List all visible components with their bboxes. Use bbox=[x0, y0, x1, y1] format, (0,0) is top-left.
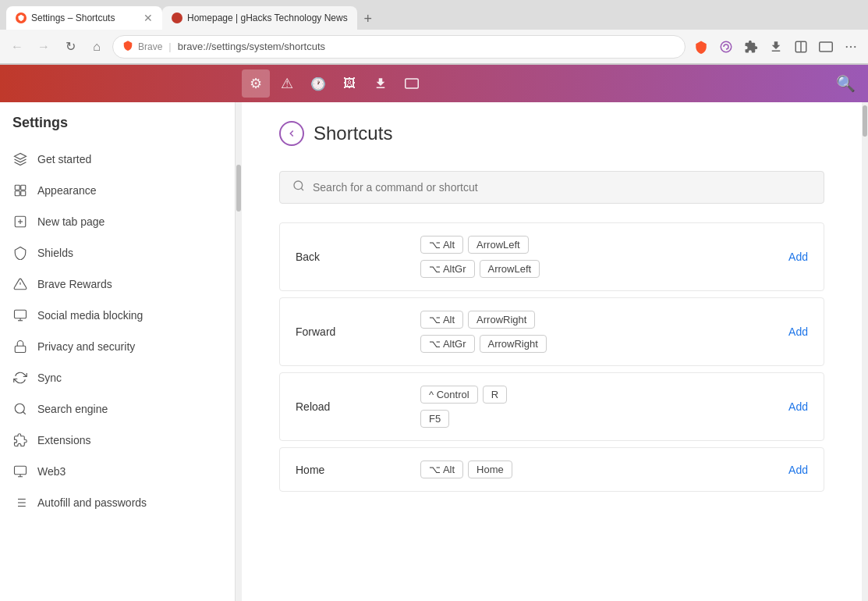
tab-settings[interactable]: Settings – Shortcuts ✕ bbox=[6, 6, 162, 30]
key-combo-reload-1: ^ Control R bbox=[420, 386, 788, 404]
key-badge-alt-home-key: Home bbox=[468, 461, 512, 478]
search-engine-icon bbox=[12, 401, 28, 417]
sidebar-container: Settings Get started Appearance bbox=[0, 102, 242, 601]
sidebar-label-web3: Web3 bbox=[37, 464, 66, 478]
sidebar-item-search-engine[interactable]: Search engine bbox=[0, 393, 235, 425]
shortcut-name-forward: Forward bbox=[296, 325, 420, 338]
top-nav-warnings-icon[interactable]: ⚠ bbox=[273, 69, 301, 98]
sidebar-item-autofill-passwords[interactable]: Autofill and passwords bbox=[0, 487, 235, 518]
new-tab-page-icon bbox=[12, 214, 28, 229]
sidebar-title: Settings bbox=[0, 115, 235, 144]
shortcut-row-forward: Forward ⌥ Alt ArrowRight ⌥ AltGr ArrowRi… bbox=[279, 297, 824, 366]
split-view-toolbar[interactable] bbox=[790, 36, 812, 58]
web3-icon bbox=[12, 464, 28, 479]
top-nav-bookmarks-icon[interactable]: 🖼 bbox=[335, 69, 363, 98]
shortcut-name-home: Home bbox=[296, 464, 420, 476]
brave-rewards-icon bbox=[12, 276, 28, 292]
search-input[interactable] bbox=[313, 181, 811, 194]
top-nav-search-icon[interactable]: 🔍 bbox=[836, 74, 856, 93]
shortcut-name-back: Back bbox=[296, 251, 420, 263]
ghacks-favicon bbox=[172, 12, 182, 23]
sidebar-item-web3[interactable]: Web3 bbox=[0, 456, 235, 487]
top-nav-history-icon[interactable]: 🕐 bbox=[304, 69, 332, 98]
add-button-back[interactable]: Add bbox=[788, 251, 808, 263]
sidebar-item-get-started[interactable]: Get started bbox=[0, 144, 235, 175]
key-badge-alt-arrowleft-modifier: ⌥ Alt bbox=[420, 236, 463, 254]
svg-point-6 bbox=[854, 45, 856, 47]
key-combo-forward-1: ⌥ Alt ArrowRight bbox=[420, 311, 788, 329]
top-nav-icons: ⚙ ⚠ 🕐 🖼 bbox=[242, 69, 426, 98]
sidebar-item-new-tab-page[interactable]: New tab page bbox=[0, 206, 235, 237]
add-button-home[interactable]: Add bbox=[788, 464, 808, 476]
svg-rect-8 bbox=[15, 185, 19, 190]
home-nav-button[interactable]: ⌂ bbox=[86, 36, 108, 58]
sidebar-label-appearance: Appearance bbox=[37, 183, 97, 197]
key-badge-f5-key: F5 bbox=[420, 410, 449, 428]
sidebar-item-privacy-and-security[interactable]: Privacy and security bbox=[0, 331, 235, 362]
search-bar-icon bbox=[292, 180, 305, 195]
sidebar-label-extensions: Extensions bbox=[37, 433, 90, 447]
forward-nav-button[interactable]: → bbox=[33, 36, 55, 58]
sidebar: Settings Get started Appearance bbox=[0, 102, 236, 601]
shortcut-keys-back: ⌥ Alt ArrowLeft ⌥ AltGr ArrowLeft bbox=[420, 236, 788, 278]
key-combo-back-1: ⌥ Alt ArrowLeft bbox=[420, 236, 788, 254]
back-nav-button[interactable]: ← bbox=[6, 36, 28, 58]
new-tab-button[interactable]: + bbox=[357, 8, 379, 30]
sidebar-item-brave-rewards[interactable]: Brave Rewards bbox=[0, 268, 235, 300]
add-button-reload[interactable]: Add bbox=[788, 400, 808, 413]
svg-point-5 bbox=[850, 45, 852, 47]
svg-point-21 bbox=[15, 404, 24, 413]
content-scroll-thumb bbox=[863, 105, 867, 137]
sidebar-item-sync[interactable]: Sync bbox=[0, 362, 235, 393]
top-nav-settings-icon[interactable]: ⚙ bbox=[242, 69, 270, 98]
menu-toolbar[interactable] bbox=[840, 36, 862, 58]
shortcut-keys-reload: ^ Control R F5 bbox=[420, 386, 788, 428]
extensions-icon bbox=[12, 432, 28, 448]
autofill-passwords-icon bbox=[12, 495, 28, 510]
shortcut-name-reload: Reload bbox=[296, 400, 420, 413]
back-button[interactable] bbox=[279, 121, 304, 146]
main-content: Shortcuts Back ⌥ Alt ArrowLeft ⌥ bbox=[242, 102, 862, 601]
svg-rect-7 bbox=[406, 79, 419, 88]
sidebar-label-autofill-passwords: Autofill and passwords bbox=[37, 496, 147, 510]
top-nav-downloads-icon[interactable] bbox=[367, 69, 395, 98]
get-started-icon bbox=[12, 151, 28, 167]
tab-ghacks[interactable]: Homepage | gHacks Technology News bbox=[162, 6, 357, 30]
svg-rect-10 bbox=[15, 191, 19, 196]
svg-point-0 bbox=[721, 41, 732, 52]
settings-top-nav: ⚙ ⚠ 🕐 🖼 🔍 bbox=[0, 65, 868, 102]
social-media-blocking-icon bbox=[12, 308, 28, 323]
sidebar-item-extensions[interactable]: Extensions bbox=[0, 425, 235, 456]
sidebar-item-social-media-blocking[interactable]: Social media blocking bbox=[0, 300, 235, 331]
brave-leo-icon[interactable] bbox=[715, 36, 737, 58]
key-badge-altgr-arrowright-modifier: ⌥ AltGr bbox=[420, 335, 475, 353]
brave-shield-toolbar[interactable] bbox=[690, 36, 712, 58]
page-title: Shortcuts bbox=[314, 123, 392, 144]
shortcut-row-back: Back ⌥ Alt ArrowLeft ⌥ AltGr ArrowLeft A… bbox=[279, 222, 824, 291]
sidebar-scrollbar[interactable] bbox=[236, 102, 242, 601]
reload-nav-button[interactable]: ↻ bbox=[59, 36, 81, 58]
extensions-toolbar[interactable] bbox=[740, 36, 762, 58]
address-bar: ← → ↻ ⌂ Brave | brave://settings/system/… bbox=[0, 30, 868, 64]
sidebar-label-sync: Sync bbox=[37, 371, 62, 385]
tab-close-settings[interactable]: ✕ bbox=[143, 12, 153, 24]
svg-point-4 bbox=[846, 45, 848, 47]
address-input[interactable]: Brave | brave://settings/system/shortcut… bbox=[112, 35, 686, 59]
content-scrollbar[interactable] bbox=[862, 102, 868, 601]
search-bar bbox=[279, 171, 824, 204]
sidebar-item-appearance[interactable]: Appearance bbox=[0, 175, 235, 206]
key-badge-alt-home-modifier: ⌥ Alt bbox=[420, 461, 463, 478]
top-nav-wallet-icon[interactable] bbox=[398, 69, 426, 98]
key-badge-altgr-arrowleft-modifier: ⌥ AltGr bbox=[420, 260, 475, 278]
add-button-forward[interactable]: Add bbox=[788, 325, 808, 338]
settings-body: Settings Get started Appearance bbox=[0, 102, 868, 601]
shortcut-row-home: Home ⌥ Alt Home Add bbox=[279, 447, 824, 492]
sidebar-scroll-thumb bbox=[236, 165, 241, 212]
wallet-toolbar[interactable] bbox=[815, 36, 837, 58]
sidebar-item-shields[interactable]: Shields bbox=[0, 237, 235, 268]
downloads-toolbar[interactable] bbox=[765, 36, 787, 58]
key-badge-alt-arrowright-modifier: ⌥ Alt bbox=[420, 311, 463, 329]
appearance-icon bbox=[12, 183, 28, 198]
svg-rect-23 bbox=[15, 466, 27, 475]
sidebar-label-search-engine: Search engine bbox=[37, 402, 108, 416]
